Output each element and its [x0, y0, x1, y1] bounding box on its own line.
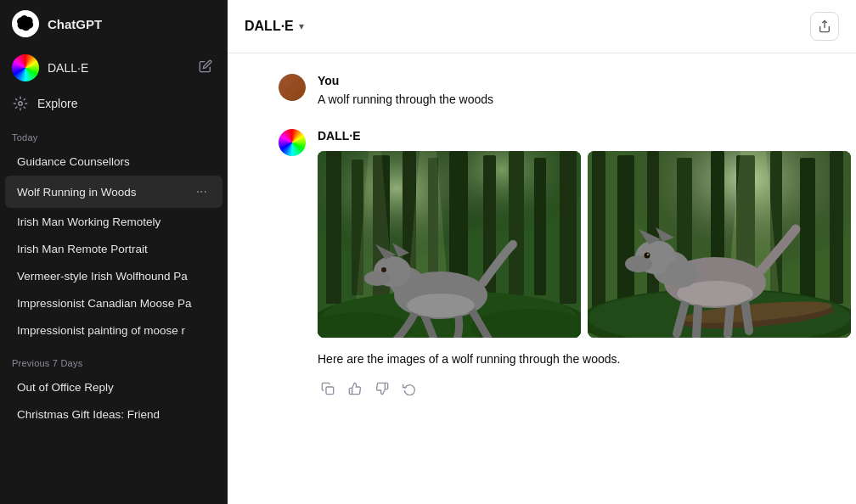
thumbs-up-button[interactable] — [345, 378, 365, 399]
svg-point-54 — [664, 260, 698, 288]
svg-point-24 — [364, 271, 390, 286]
svg-point-27 — [381, 267, 386, 272]
svg-rect-13 — [534, 158, 546, 295]
svg-rect-12 — [509, 151, 524, 295]
dalle-response-text: Here are the images of a wolf running th… — [318, 350, 851, 368]
user-name: You — [318, 74, 493, 87]
main-header: DALL·E ▾ — [228, 0, 856, 53]
action-buttons — [318, 378, 851, 399]
svg-rect-38 — [800, 158, 815, 300]
conversation-title: DALL·E — [245, 19, 294, 34]
edit-icon[interactable] — [195, 56, 216, 80]
svg-rect-14 — [560, 151, 577, 304]
sidebar-item-wolf[interactable]: Wolf Running in Woods ··· — [5, 176, 222, 208]
svg-rect-5 — [326, 151, 341, 304]
more-options-icon[interactable]: ··· — [193, 182, 211, 201]
explore-icon — [12, 95, 29, 112]
user-message: You A wolf running through the woods — [279, 74, 805, 109]
dalle-response-content: DALL·E — [318, 129, 851, 399]
dalle-response-name: DALL·E — [318, 129, 851, 143]
sidebar-item-out-of-office[interactable]: Out of Office Reply — [5, 374, 222, 400]
share-button[interactable] — [810, 12, 839, 41]
user-message-content: You A wolf running through the woods — [318, 74, 493, 109]
explore-nav-item[interactable]: Explore — [0, 88, 228, 119]
user-avatar-image — [279, 74, 306, 101]
svg-point-52 — [647, 254, 649, 255]
sidebar-header: ChatGPT — [0, 0, 228, 48]
svg-rect-33 — [647, 151, 659, 305]
sidebar-item-irish-portrait[interactable]: Irish Man Remote Portrait — [5, 236, 222, 262]
svg-rect-39 — [830, 151, 843, 304]
sidebar-scroll: Today Guidance Counsellors Wolf Running … — [0, 119, 228, 504]
dalle-message: DALL·E — [279, 129, 805, 399]
dropdown-arrow-icon[interactable]: ▾ — [299, 20, 304, 32]
sidebar-item-christmas-gift[interactable]: Christmas Gift Ideas: Friend — [5, 401, 222, 428]
dalle-label: DALL·E — [48, 61, 88, 75]
sidebar-item-irish-remote[interactable]: Irish Man Working Remotely — [5, 209, 222, 235]
section-prev7days: Previous 7 Days — [0, 344, 228, 373]
regenerate-button[interactable] — [399, 378, 420, 399]
thumbs-down-button[interactable] — [372, 378, 392, 399]
dalle-nav-item[interactable]: DALL·E — [0, 48, 228, 88]
svg-rect-55 — [326, 387, 334, 395]
user-avatar — [279, 74, 306, 101]
copy-button[interactable] — [318, 378, 338, 399]
sidebar-item-impressionist-moose[interactable]: Impressionist Canadian Moose Pa — [5, 290, 222, 316]
dalle-icon — [12, 54, 39, 81]
generated-images-row — [318, 151, 851, 338]
explore-label: Explore — [37, 97, 77, 110]
svg-point-28 — [407, 294, 475, 317]
svg-point-51 — [645, 253, 650, 259]
sidebar-item-guidance[interactable]: Guidance Counsellors — [5, 148, 222, 175]
wolf-image-1[interactable] — [318, 151, 581, 338]
svg-rect-32 — [617, 155, 634, 306]
svg-point-0 — [19, 102, 23, 106]
section-today: Today — [0, 119, 228, 148]
app-title: ChatGPT — [48, 17, 102, 31]
user-message-text: A wolf running through the woods — [318, 91, 493, 109]
sidebar-item-impressionist-painting[interactable]: Impressionist painting of moose r — [5, 317, 222, 344]
sidebar: ChatGPT DALL·E Explore Today Guidance Co… — [0, 0, 228, 504]
main-content: DALL·E ▾ You A wolf running through the … — [228, 0, 856, 504]
sidebar-item-vermeer[interactable]: Vermeer-style Irish Wolfhound Pa — [5, 263, 222, 289]
chatgpt-logo — [12, 10, 39, 37]
svg-rect-31 — [592, 151, 605, 308]
dalle-response-avatar — [279, 129, 306, 156]
wolf-image-2[interactable] — [588, 151, 851, 338]
chat-area: You A wolf running through the woods DAL… — [228, 53, 856, 504]
